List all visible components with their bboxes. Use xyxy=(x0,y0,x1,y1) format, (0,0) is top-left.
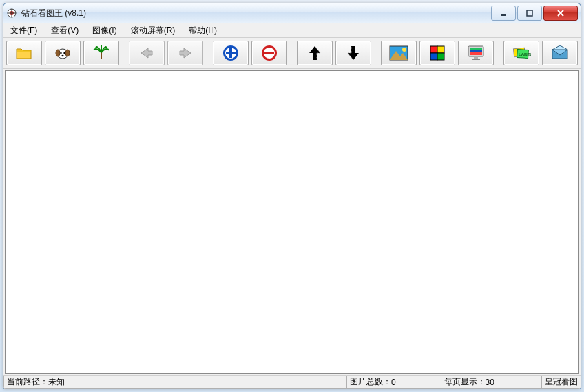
svg-rect-4 xyxy=(501,14,506,16)
svg-point-22 xyxy=(402,48,406,52)
status-perpage: 每页显示： 30 xyxy=(441,376,542,389)
next-button[interactable] xyxy=(167,41,203,65)
monitor-icon xyxy=(466,45,486,61)
svg-rect-31 xyxy=(474,56,478,59)
arrow-right-icon xyxy=(177,47,194,59)
zoom-in-button[interactable] xyxy=(213,41,249,65)
labels-icon: LABELS xyxy=(512,45,531,61)
envelope-button[interactable] xyxy=(542,41,578,65)
arrow-down-icon xyxy=(346,45,360,61)
svg-point-8 xyxy=(65,50,70,56)
svg-rect-19 xyxy=(264,52,274,54)
menu-view[interactable]: 查看(V) xyxy=(48,24,81,37)
image-viewport[interactable] xyxy=(5,70,579,374)
landscape-button[interactable] xyxy=(381,41,417,65)
maximize-button[interactable] xyxy=(517,6,542,21)
menubar: 文件(F) 查看(V) 图像(I) 滚动屏幕(R) 帮助(H) xyxy=(3,23,581,38)
status-path-label: 当前路径： xyxy=(7,376,48,388)
svg-rect-25 xyxy=(430,53,437,60)
svg-rect-12 xyxy=(101,52,102,59)
tree-button[interactable] xyxy=(83,41,119,65)
arrow-up-icon xyxy=(308,45,322,61)
minimize-icon xyxy=(499,9,508,17)
window-title: 钻石看图王 (v8.1) xyxy=(21,8,86,19)
minus-circle-icon xyxy=(260,44,278,62)
svg-rect-23 xyxy=(430,46,437,53)
menu-image[interactable]: 图像(I) xyxy=(90,24,119,37)
svg-point-11 xyxy=(61,55,63,56)
envelope-icon xyxy=(550,45,570,61)
svg-rect-16 xyxy=(226,52,236,54)
svg-point-7 xyxy=(56,50,60,56)
plus-circle-icon xyxy=(222,44,240,62)
app-window: 钻石看图王 (v8.1) 文件(F) 查看(V) 图像(I) 滚动屏幕(R) 帮… xyxy=(3,3,581,389)
labels-button[interactable]: LABELS xyxy=(503,41,539,65)
menu-help[interactable]: 帮助(H) xyxy=(186,24,220,37)
close-icon xyxy=(556,9,565,17)
folder-icon xyxy=(15,45,33,61)
titlebar[interactable]: 钻石看图王 (v8.1) xyxy=(3,3,581,23)
svg-point-9 xyxy=(60,52,61,54)
status-perpage-value: 30 xyxy=(486,378,494,387)
palm-tree-icon xyxy=(92,44,110,62)
menu-file[interactable]: 文件(F) xyxy=(8,24,40,37)
svg-rect-32 xyxy=(472,59,480,60)
menu-scroll[interactable]: 滚动屏幕(R) xyxy=(128,24,178,37)
statusbar: 当前路径： 未知 图片总数： 0 每页显示： 30 皇冠看图 xyxy=(3,375,581,389)
app-icon xyxy=(6,8,17,19)
open-folder-button[interactable] xyxy=(6,41,42,65)
status-path: 当前路径： 未知 xyxy=(3,376,347,389)
svg-rect-5 xyxy=(527,10,532,16)
arrow-left-icon xyxy=(138,47,155,59)
move-up-button[interactable] xyxy=(297,41,333,65)
svg-marker-38 xyxy=(552,45,567,50)
svg-rect-26 xyxy=(437,53,444,60)
maximize-icon xyxy=(525,9,534,17)
prev-button[interactable] xyxy=(129,41,165,65)
svg-point-10 xyxy=(63,52,65,54)
move-down-button[interactable] xyxy=(335,41,371,65)
landscape-icon xyxy=(389,45,408,61)
status-count-label: 图片总数： xyxy=(350,376,391,388)
svg-rect-29 xyxy=(470,48,482,50)
color-grid-button[interactable] xyxy=(419,41,455,65)
toolbar: LABELS xyxy=(3,38,581,69)
dog-icon xyxy=(54,45,72,61)
content-wrap xyxy=(3,69,581,375)
status-count: 图片总数： 0 xyxy=(346,376,441,389)
status-perpage-label: 每页显示： xyxy=(444,376,486,388)
svg-text:LABELS: LABELS xyxy=(519,52,531,56)
status-brand: 皇冠看图 xyxy=(541,376,581,389)
monitor-button[interactable] xyxy=(458,41,494,65)
status-path-value: 未知 xyxy=(48,376,65,388)
search-dog-button[interactable] xyxy=(45,41,81,65)
svg-rect-24 xyxy=(437,46,444,53)
zoom-out-button[interactable] xyxy=(251,41,287,65)
status-brand-text: 皇冠看图 xyxy=(545,376,578,388)
color-grid-icon xyxy=(429,45,446,61)
minimize-button[interactable] xyxy=(491,6,516,21)
status-count-value: 0 xyxy=(391,378,396,387)
svg-rect-30 xyxy=(470,52,482,55)
close-button[interactable] xyxy=(543,6,578,21)
